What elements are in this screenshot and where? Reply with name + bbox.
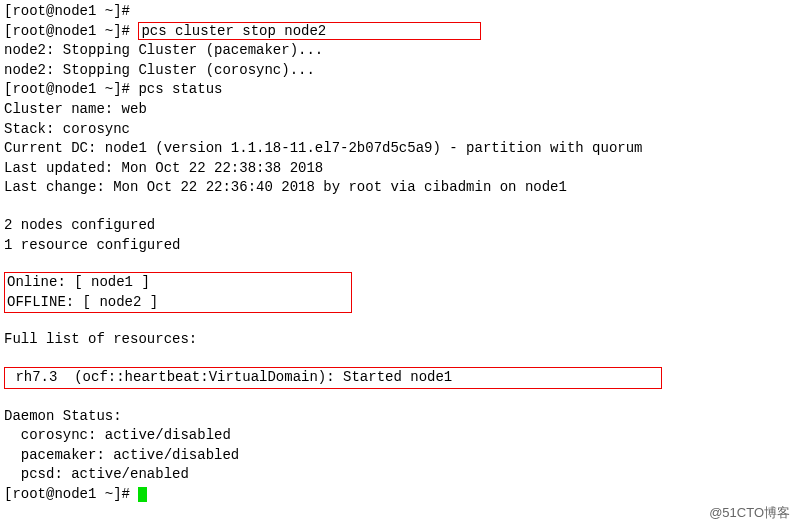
stack: Stack: corosync	[4, 120, 796, 140]
nodes-configured: 2 nodes configured	[4, 216, 796, 236]
daemon-pcsd: pcsd: active/enabled	[4, 465, 796, 485]
resource-box: rh7.3 (ocf::heartbeat:VirtualDomain): St…	[4, 367, 662, 389]
daemon-corosync: corosync: active/disabled	[4, 426, 796, 446]
prompt-end: [root@node1 ~]#	[4, 486, 138, 502]
last-change: Last change: Mon Oct 22 22:36:40 2018 by…	[4, 178, 796, 198]
cmd-box-stop: pcs cluster stop node2	[138, 22, 480, 40]
full-list-heading: Full list of resources:	[4, 330, 796, 350]
last-updated: Last updated: Mon Oct 22 22:38:38 2018	[4, 159, 796, 179]
current-dc: Current DC: node1 (version 1.1.18-11.el7…	[4, 139, 796, 159]
prompt: [root@node1 ~]#	[4, 23, 138, 39]
resource-configured: 1 resource configured	[4, 236, 796, 256]
daemon-status: Daemon Status:	[4, 407, 796, 427]
cmd1-line: [root@node1 ~]# pcs cluster stop node2	[4, 22, 796, 42]
prev-prompt: [root@node1 ~]#	[4, 2, 796, 22]
out-stopping-corosync: node2: Stopping Cluster (corosync)...	[4, 61, 796, 81]
online-box: Online: [ node1 ] OFFLINE: [ node2 ]	[4, 272, 352, 313]
resource-line: rh7.3 (ocf::heartbeat:VirtualDomain): St…	[7, 368, 659, 388]
prompt-end-line[interactable]: [root@node1 ~]#	[4, 485, 796, 505]
out-stopping-pacemaker: node2: Stopping Cluster (pacemaker)...	[4, 41, 796, 61]
terminal-cursor	[138, 487, 147, 502]
cluster-name: Cluster name: web	[4, 100, 796, 120]
cmd-status: [root@node1 ~]# pcs status	[4, 80, 796, 100]
offline-line: OFFLINE: [ node2 ]	[7, 293, 349, 313]
watermark: @51CTO博客	[709, 504, 790, 522]
cmd1-text: pcs cluster stop node2	[141, 23, 326, 39]
online-line: Online: [ node1 ]	[7, 273, 349, 293]
daemon-pacemaker: pacemaker: active/disabled	[4, 446, 796, 466]
